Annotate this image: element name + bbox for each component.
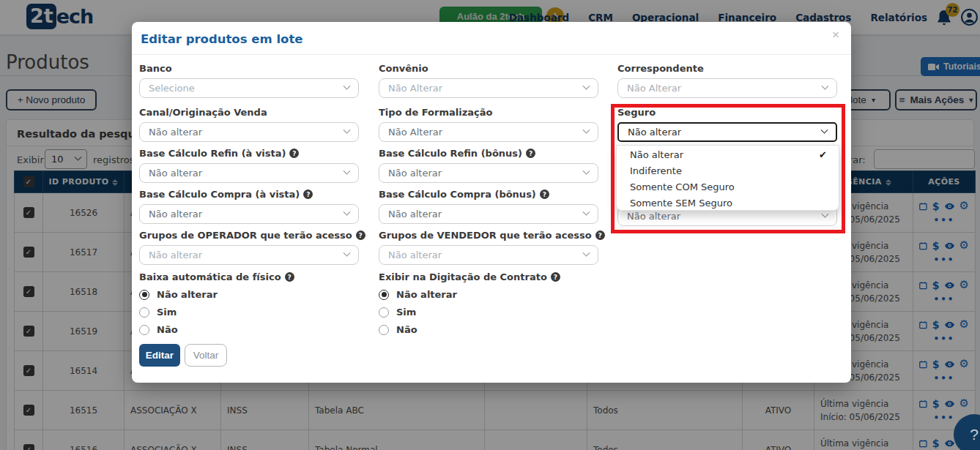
grupos-vendedor-label: Grupos de VENDEDOR que terão acesso? (379, 230, 598, 241)
grupos-operador-label: Grupos de OPERADOR que terão acesso? (139, 230, 359, 241)
grupos-vendedor-select[interactable]: Não alterar (379, 245, 598, 265)
help-icon[interactable]: ? (289, 149, 299, 158)
chevron-down-icon (344, 168, 351, 175)
chevron-down-icon (344, 209, 351, 216)
chevron-down-icon (822, 83, 829, 90)
radio-sim[interactable] (139, 307, 149, 318)
compra-bonus-select[interactable]: Não alterar (379, 204, 598, 224)
check-icon: ✔ (819, 149, 827, 160)
radio-nao-alterar[interactable] (379, 290, 389, 300)
modal-title: Editar produtos em lote (141, 32, 302, 46)
correspondente-label: Correspondente (617, 63, 837, 74)
exibir-digitacao-label: Exibir na Digitação de Contrato? (379, 271, 598, 282)
compra-bonus-label: Base Cálculo Compra (bônus)? (379, 189, 598, 200)
chevron-down-icon (583, 168, 590, 175)
chevron-down-icon (821, 127, 828, 134)
chevron-down-icon (583, 250, 590, 257)
banco-select[interactable]: Selecione (139, 78, 359, 98)
seguro-label: Seguro (617, 107, 837, 118)
seguro-option[interactable]: Não alterar✔ (617, 147, 839, 162)
seguro-option[interactable]: Somente SEM Seguro (617, 195, 839, 210)
edit-batch-modal: Editar produtos em lote × Banco Selecion… (132, 22, 851, 383)
grupos-operador-select[interactable]: Não alterar (139, 245, 359, 265)
seguro-option[interactable]: Indiferente (617, 163, 839, 178)
seguro-option[interactable]: Somente COM Seguro (617, 179, 839, 194)
canal-select[interactable]: Não alterar (139, 122, 359, 142)
help-icon[interactable]: ? (526, 149, 535, 158)
submit-button[interactable]: Editar (139, 344, 180, 367)
seguro-select[interactable]: Não alterar (617, 122, 837, 142)
baixa-automatica-label: Baixa automática de físico? (139, 271, 359, 282)
back-button[interactable]: Voltar (185, 344, 227, 367)
convenio-label: Convênio (379, 63, 598, 74)
convenio-select[interactable]: Não Alterar (379, 78, 598, 98)
chevron-down-icon (583, 209, 590, 216)
compra-avista-select[interactable]: Não alterar (139, 204, 359, 224)
help-icon[interactable]: ? (303, 190, 313, 199)
radio-nao[interactable] (139, 325, 149, 335)
tipo-formalizacao-select[interactable]: Não Alterar (379, 122, 598, 142)
divider (132, 54, 851, 55)
compra-avista-label: Base Cálculo Compra (à vista)? (139, 189, 359, 200)
canal-label: Canal/Originação Venda (139, 107, 359, 118)
help-icon[interactable]: ? (551, 272, 560, 282)
correspondente-select[interactable]: Não Alterar (617, 78, 837, 98)
banco-label: Banco (139, 63, 359, 74)
help-icon[interactable]: ? (540, 190, 549, 199)
radio-sim[interactable] (379, 307, 389, 318)
chevron-down-icon (344, 250, 351, 257)
radio-nao[interactable] (379, 325, 389, 335)
chevron-down-icon (822, 211, 829, 218)
refin-avista-label: Base Cálculo Refin (à vista)? (139, 148, 359, 159)
help-icon[interactable]: ? (285, 272, 294, 282)
close-icon[interactable]: × (832, 28, 839, 42)
radio-nao-alterar[interactable] (139, 290, 149, 300)
help-icon[interactable]: ? (356, 230, 365, 240)
refin-bonus-select[interactable]: Não alterar (379, 163, 598, 183)
chevron-down-icon (583, 83, 590, 90)
help-icon[interactable]: ? (595, 230, 605, 240)
refin-bonus-label: Base Cálculo Refin (bônus)? (379, 148, 598, 159)
refin-avista-select[interactable]: Não alterar (139, 163, 359, 183)
chevron-down-icon (344, 127, 351, 134)
seguro-dropdown-panel: Não alterar✔ Indiferente Somente COM Seg… (616, 145, 839, 211)
chevron-down-icon (344, 83, 351, 90)
chevron-down-icon (583, 127, 590, 134)
tipo-formalizacao-label: Tipo de Formalização (379, 107, 598, 118)
